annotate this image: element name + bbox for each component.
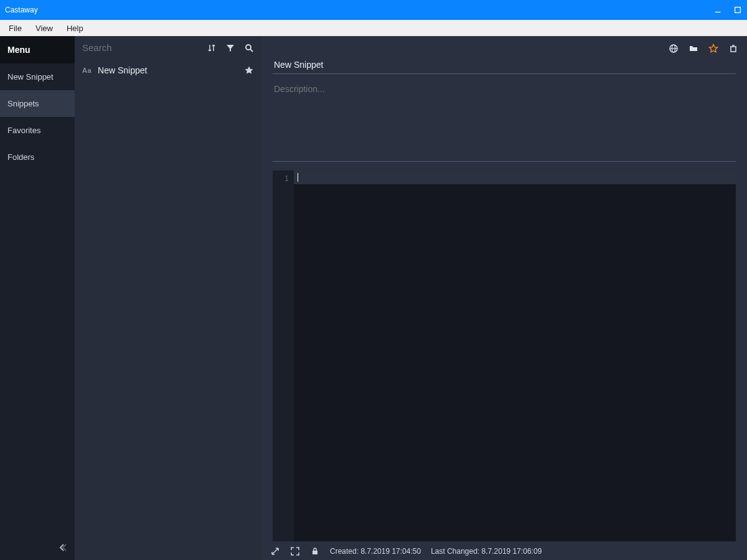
sidebar-item-snippets[interactable]: Snippets <box>0 90 75 117</box>
code-editor[interactable]: 1 <box>273 170 736 541</box>
lock-icon[interactable] <box>310 546 320 556</box>
snippet-list-item[interactable]: Aa New Snippet <box>75 59 261 82</box>
text-type-icon: Aa <box>82 67 92 74</box>
svg-line-3 <box>250 49 253 52</box>
svg-rect-1 <box>735 7 741 13</box>
snippet-description-input[interactable] <box>273 82 736 156</box>
maximize-button[interactable] <box>733 6 742 14</box>
code-content[interactable] <box>294 170 736 541</box>
collapse-sidebar-icon[interactable] <box>57 543 67 553</box>
menu-view[interactable]: View <box>29 22 59 34</box>
minimize-button[interactable] <box>713 6 722 14</box>
menubar: File View Help <box>0 20 747 36</box>
svg-rect-7 <box>312 551 317 554</box>
filter-icon[interactable] <box>225 43 235 53</box>
sidebar-item-new-snippet[interactable]: New Snippet <box>0 63 75 90</box>
search-icon[interactable] <box>244 43 254 53</box>
created-value: 8.7.2019 17:04:50 <box>360 547 421 556</box>
editor-panel: 1 Created: 8.7.2019 17:04:50 <box>261 36 747 560</box>
sort-icon[interactable] <box>207 43 217 53</box>
text-cursor-icon <box>298 173 298 182</box>
search-row <box>75 36 261 59</box>
expand-icon[interactable] <box>270 546 280 556</box>
snippet-list-panel: Aa New Snippet <box>75 36 261 560</box>
code-gutter: 1 <box>273 170 294 541</box>
sidebar-item-favorites[interactable]: Favorites <box>0 117 75 144</box>
statusbar: Created: 8.7.2019 17:04:50 Last Changed:… <box>261 541 747 560</box>
window-titlebar: Castaway <box>0 0 747 20</box>
sidebar-header: Menu <box>0 36 75 63</box>
code-active-line <box>294 170 736 184</box>
window-title: Castaway <box>5 6 38 14</box>
delete-icon[interactable] <box>728 44 738 54</box>
status-created: Created: 8.7.2019 17:04:50 <box>330 547 421 556</box>
favorite-star-icon[interactable] <box>244 65 254 75</box>
snippet-title-input[interactable] <box>273 56 736 74</box>
editor-toolbar <box>261 36 747 56</box>
changed-label: Last Changed: <box>431 547 479 556</box>
favorite-toggle-icon[interactable] <box>708 44 718 54</box>
window-controls <box>713 6 742 14</box>
status-last-changed: Last Changed: 8.7.2019 17:06:09 <box>431 547 542 556</box>
changed-value: 8.7.2019 17:06:09 <box>482 547 542 556</box>
sidebar: Menu New Snippet Snippets Favorites Fold… <box>0 36 75 560</box>
snippet-list-item-label: New Snippet <box>98 65 147 75</box>
fullscreen-icon[interactable] <box>290 546 300 556</box>
description-divider <box>273 161 736 162</box>
folder-icon[interactable] <box>688 44 698 54</box>
search-input[interactable] <box>82 42 202 53</box>
created-label: Created: <box>330 547 359 556</box>
app-body: Menu New Snippet Snippets Favorites Fold… <box>0 36 747 560</box>
sidebar-item-folders[interactable]: Folders <box>0 144 75 170</box>
svg-point-2 <box>246 45 251 50</box>
sidebar-footer <box>0 535 75 560</box>
menu-file[interactable]: File <box>2 22 28 34</box>
menu-help[interactable]: Help <box>60 22 90 34</box>
globe-icon[interactable] <box>669 44 679 54</box>
gutter-line-number: 1 <box>273 174 289 183</box>
